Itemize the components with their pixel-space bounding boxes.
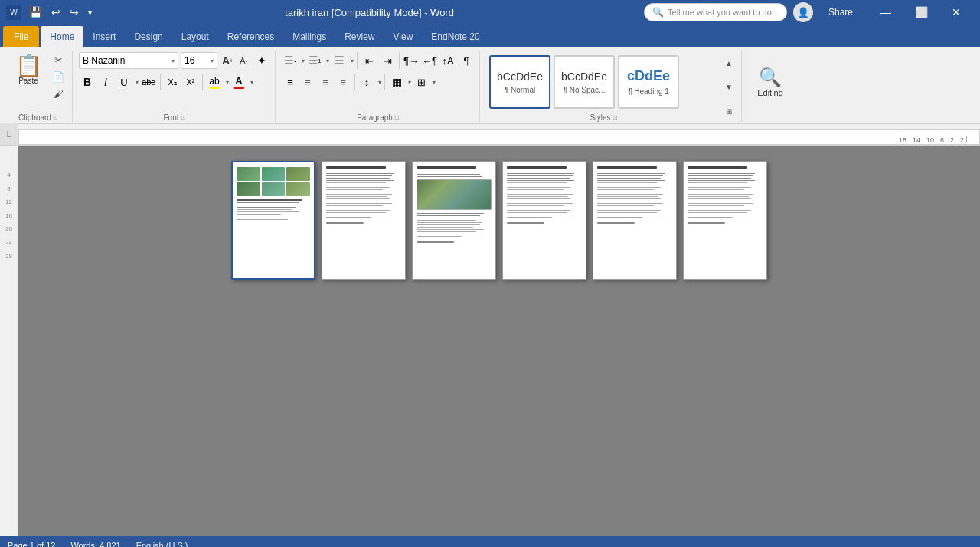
- text-line: [597, 182, 657, 183]
- style-nospace[interactable]: bCcDdEe ¶ No Spac...: [554, 55, 615, 109]
- styles-scroll-down[interactable]: ▼: [723, 80, 735, 95]
- text-line: [326, 189, 383, 190]
- tell-me-search[interactable]: 🔍 Tell me what you want to do...: [644, 3, 787, 21]
- tab-view[interactable]: View: [384, 26, 423, 47]
- shading-button[interactable]: ▦: [388, 74, 405, 90]
- redo-button[interactable]: ↪: [67, 5, 82, 20]
- tab-layout[interactable]: Layout: [172, 26, 218, 47]
- decrease-font-size-button[interactable]: A-: [236, 53, 251, 68]
- format-painter-button[interactable]: 🖌: [49, 86, 67, 101]
- page-4-thumbnail[interactable]: [502, 161, 586, 280]
- align-center-button[interactable]: ≡: [299, 74, 316, 90]
- page-5-thumbnail[interactable]: [593, 161, 677, 280]
- ruler-14: 14: [913, 136, 920, 144]
- shading-dropdown[interactable]: ▾: [408, 79, 411, 86]
- text-line: [507, 215, 573, 215]
- paste-button[interactable]: 📋 Paste: [9, 52, 47, 88]
- font-label: Font ⊡: [79, 112, 270, 122]
- border-dropdown[interactable]: ▾: [433, 79, 436, 86]
- bold-button[interactable]: B: [79, 74, 96, 90]
- tab-review[interactable]: Review: [335, 26, 384, 47]
- text-line: [326, 180, 394, 181]
- text-highlight-button[interactable]: ab: [206, 74, 223, 90]
- editing-button[interactable]: 🔍 Editing: [750, 62, 791, 102]
- font-group: B Nazanin ▾ 16 ▾ A+ A- ✦ B I U ▾ abc: [74, 51, 276, 122]
- vertical-ruler: 4 8 12 16 20 24 28: [0, 146, 18, 536]
- text-line: [688, 187, 751, 188]
- copy-button[interactable]: 📄: [49, 69, 67, 84]
- line-spacing-button[interactable]: ↕: [358, 74, 375, 90]
- clipboard-expand[interactable]: ⊡: [53, 114, 58, 121]
- underline-button[interactable]: U: [116, 74, 132, 90]
- tab-references[interactable]: References: [218, 26, 283, 47]
- numbered-dropdown[interactable]: ▾: [326, 57, 329, 64]
- customize-qat-button[interactable]: ▾: [85, 7, 95, 18]
- tab-home[interactable]: Home: [41, 26, 83, 47]
- text-line: [416, 227, 473, 228]
- text-line: [416, 172, 484, 172]
- style-normal[interactable]: bCcDdEe ¶ Normal: [489, 55, 550, 109]
- bullet-list-button[interactable]: ☰•: [282, 52, 299, 69]
- show-hide-button[interactable]: ¶: [458, 52, 475, 69]
- close-button[interactable]: ✕: [939, 0, 974, 25]
- style-nospace-label: ¶ No Spac...: [564, 86, 606, 94]
- tab-insert[interactable]: Insert: [83, 26, 125, 47]
- font-family-selector[interactable]: B Nazanin ▾: [79, 52, 178, 69]
- tab-design[interactable]: Design: [125, 26, 172, 47]
- style-heading1[interactable]: cDdEe ¶ Heading 1: [618, 55, 679, 109]
- text-line: [416, 229, 484, 230]
- page-6-content: [684, 162, 766, 279]
- spacing-dropdown[interactable]: ▾: [378, 79, 381, 86]
- font-size-selector[interactable]: 16 ▾: [181, 52, 217, 69]
- cut-button[interactable]: ✂: [49, 52, 67, 67]
- tab-endnote[interactable]: EndNote 20: [422, 26, 488, 47]
- multilevel-list-button[interactable]: ☰: [331, 52, 348, 69]
- border-button[interactable]: ⊞: [413, 74, 430, 90]
- increase-font-size-button[interactable]: A+: [220, 53, 235, 68]
- align-right-button[interactable]: ≡: [317, 74, 334, 90]
- styles-expand[interactable]: ⊡: [612, 114, 618, 121]
- font-expand[interactable]: ⊡: [181, 114, 186, 121]
- text-line: [237, 209, 292, 210]
- justify-button[interactable]: ≡: [335, 74, 351, 90]
- minimize-button[interactable]: —: [868, 0, 903, 25]
- font-color-button[interactable]: A: [230, 74, 247, 90]
- page-6-thumbnail[interactable]: [683, 161, 767, 280]
- underline-dropdown[interactable]: ▾: [136, 79, 139, 86]
- styles-more[interactable]: ⊞: [723, 103, 735, 119]
- ltr-button[interactable]: ¶→: [403, 52, 420, 69]
- decrease-indent-button[interactable]: ⇤: [361, 52, 377, 69]
- page-1-text: [237, 199, 310, 220]
- tab-selector[interactable]: L: [0, 123, 18, 145]
- maximize-button[interactable]: ⬜: [903, 0, 939, 25]
- highlight-dropdown[interactable]: ▾: [226, 79, 229, 86]
- page-3-thumbnail[interactable]: [412, 161, 496, 280]
- italic-button[interactable]: I: [97, 74, 114, 90]
- tab-mailings[interactable]: Mailings: [283, 26, 335, 47]
- rtl-button[interactable]: ←¶: [421, 52, 438, 69]
- document-canvas[interactable]: [18, 146, 980, 536]
- undo-button[interactable]: ↩: [48, 5, 64, 20]
- bullets-dropdown[interactable]: ▾: [302, 57, 305, 64]
- numbered-list-button[interactable]: ☰1: [306, 52, 323, 69]
- subscript-button[interactable]: X₂: [164, 74, 181, 90]
- styles-scroll-up[interactable]: ▲: [723, 55, 735, 70]
- page-1-thumbnail[interactable]: [231, 161, 315, 280]
- user-avatar[interactable]: 👤: [793, 2, 813, 22]
- superscript-button[interactable]: X²: [182, 74, 199, 90]
- multilevel-dropdown[interactable]: ▾: [351, 57, 354, 64]
- size-dropdown-arrow: ▾: [211, 57, 214, 64]
- increase-indent-button[interactable]: ⇥: [379, 52, 396, 69]
- share-button[interactable]: Share: [819, 2, 862, 22]
- clear-formatting-button[interactable]: ✦: [253, 52, 270, 69]
- text-line: [597, 205, 654, 206]
- font-color-dropdown[interactable]: ▾: [250, 79, 253, 86]
- page-2-thumbnail[interactable]: [322, 161, 406, 280]
- strikethrough-button[interactable]: abc: [140, 74, 157, 90]
- tab-file[interactable]: File: [3, 26, 39, 47]
- save-button[interactable]: 💾: [26, 5, 45, 20]
- sort-button[interactable]: ↕A: [439, 52, 456, 69]
- align-left-button[interactable]: ≡: [282, 74, 299, 90]
- paragraph-content: ☰• ▾ ☰1 ▾ ☰ ▾ ⇤ ⇥ ¶→ ←¶ ↕A ¶ ≡ ≡ ≡: [282, 52, 475, 112]
- paragraph-expand[interactable]: ⊡: [394, 114, 400, 121]
